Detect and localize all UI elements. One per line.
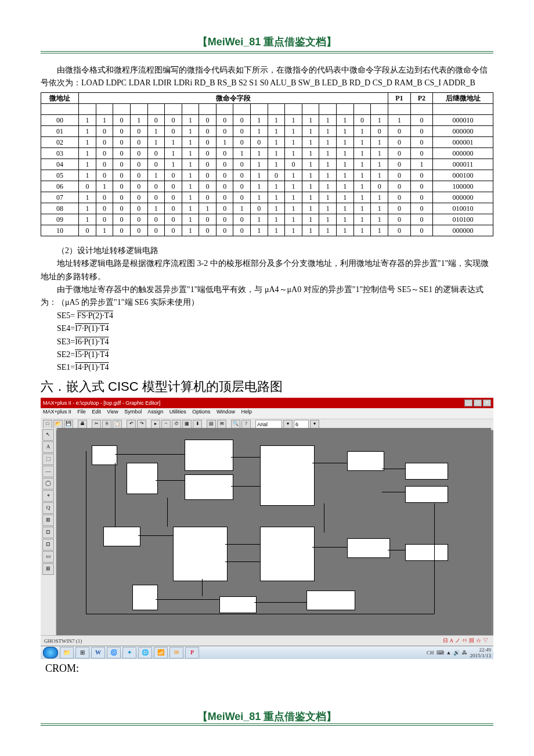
schematic-block[interactable] xyxy=(347,538,390,558)
close-button[interactable]: × xyxy=(483,399,491,406)
schematic-block[interactable] xyxy=(306,591,355,610)
cell-bit: 1 xyxy=(182,214,199,225)
cell-bit: 0 xyxy=(371,181,388,192)
schematic-block[interactable] xyxy=(92,445,117,465)
cell-bit: 0 xyxy=(216,181,233,192)
cell-bit: 1 xyxy=(251,181,268,192)
cell-p2: 1 xyxy=(410,159,432,170)
side-zoom[interactable]: Q xyxy=(42,502,54,514)
maximize-button[interactable]: □ xyxy=(474,399,482,406)
menu-options[interactable]: Options xyxy=(192,409,210,415)
side-symbol[interactable]: ⬚ xyxy=(42,453,54,465)
cell-p2: 0 xyxy=(410,125,432,136)
cell-bit: 1 xyxy=(302,125,319,136)
menu-help[interactable]: Help xyxy=(241,409,252,415)
cell-bit: 1 xyxy=(182,192,199,203)
menu-window[interactable]: Window xyxy=(217,409,235,415)
side-connect[interactable]: ⊞ xyxy=(42,563,54,575)
cell-bit: 1 xyxy=(285,136,302,147)
wire xyxy=(324,503,324,532)
schematic-block[interactable] xyxy=(260,445,315,506)
cell-bit: 0 xyxy=(96,159,113,170)
cell-bit: 0 xyxy=(130,136,147,147)
schematic-block[interactable] xyxy=(185,440,233,471)
task-browser-icon[interactable]: 🌐 xyxy=(138,647,152,658)
task-explorer-icon[interactable]: 📁 xyxy=(60,647,74,658)
cell-bit: 0 xyxy=(113,214,131,225)
tray-net-icon[interactable]: 🖧 xyxy=(462,650,467,656)
schematic-block[interactable] xyxy=(405,463,448,480)
formula-se5: SE5= FS·P(2)·T4 xyxy=(57,309,493,322)
cell-bit: 1 xyxy=(353,214,371,225)
side-junction[interactable]: ⌖ xyxy=(42,490,54,502)
menu-assign[interactable]: Assign xyxy=(147,409,163,415)
task-ppt-icon[interactable]: P xyxy=(185,647,199,658)
schematic-block[interactable] xyxy=(405,486,448,503)
tray-keyboard-icon[interactable]: ⌨ xyxy=(436,650,444,656)
side-select[interactable]: ↖ xyxy=(42,429,54,441)
cell-bit: 1 xyxy=(371,170,388,181)
schematic-canvas[interactable] xyxy=(57,428,491,636)
wire xyxy=(115,463,116,527)
side-grid2[interactable]: ⊡ xyxy=(42,539,54,550)
task-app-icon[interactable]: ⊞ xyxy=(75,647,89,658)
tray-flag-icon[interactable]: ▲ xyxy=(446,650,452,656)
wire xyxy=(86,451,86,614)
cell-bit: 1 xyxy=(79,214,96,225)
cell-bit: 0 xyxy=(371,125,388,136)
side-text[interactable]: A xyxy=(42,441,54,453)
task-net-icon[interactable]: 📶 xyxy=(154,647,168,658)
header-rule-2 xyxy=(41,53,493,53)
tray-lang[interactable]: CH xyxy=(427,650,434,656)
task-spiral-icon[interactable]: 🌀 xyxy=(107,647,121,658)
cell-addr: 06 xyxy=(41,181,79,192)
side-fit[interactable]: ⊞ xyxy=(42,514,54,526)
schematic-block[interactable] xyxy=(219,596,257,613)
wire xyxy=(231,457,260,458)
minimize-button[interactable]: _ xyxy=(464,399,472,406)
schematic-block[interactable] xyxy=(260,527,315,581)
cell-bit: 1 xyxy=(182,136,199,147)
menu-view[interactable]: View xyxy=(107,409,118,415)
cell-addr: 09 xyxy=(41,214,79,225)
cell-next: 010010 xyxy=(433,203,493,214)
schematic-block[interactable] xyxy=(103,527,140,546)
task-mail-icon[interactable]: ✉ xyxy=(169,647,183,658)
tray-vol-icon[interactable]: 🔊 xyxy=(453,650,460,656)
table-row: 0310000110011111111100000000 xyxy=(41,147,493,159)
side-grid1[interactable]: ⊡ xyxy=(42,527,54,538)
start-button[interactable] xyxy=(43,647,58,658)
subsection-title: （2）设计地址转移逻辑电路 xyxy=(41,244,493,257)
schematic-block[interactable] xyxy=(185,474,233,500)
cell-bit: 1 xyxy=(147,203,165,214)
cell-bit: 0 xyxy=(165,192,182,203)
task-word-icon[interactable]: W xyxy=(91,647,105,658)
cell-bit: 1 xyxy=(182,181,199,192)
cell-p1: 1 xyxy=(388,114,410,125)
menu-file[interactable]: File xyxy=(77,409,86,415)
schematic-block[interactable] xyxy=(347,451,384,471)
cell-bit: 0 xyxy=(130,214,147,225)
schematic-block[interactable] xyxy=(127,463,158,494)
cell-bit: 0 xyxy=(199,159,217,170)
col-p1: P1 xyxy=(388,92,410,103)
cell-bit: 1 xyxy=(285,181,302,192)
menu-utilities[interactable]: Utilities xyxy=(169,409,186,415)
side-toolbar: ↖ A ⬚ — ◯ ⌖ Q ⊞ ⊡ ⊡ ▭ ⊞ xyxy=(41,428,56,636)
schematic-block[interactable] xyxy=(405,544,448,561)
schematic-block[interactable] xyxy=(132,585,158,610)
menu-maxplus[interactable]: MAX+plus II xyxy=(43,409,71,415)
cell-bit: 1 xyxy=(302,147,319,159)
cell-p1: 0 xyxy=(388,181,410,192)
menu-edit[interactable]: Edit xyxy=(92,409,101,415)
cell-bit: 1 xyxy=(96,225,113,236)
cell-bit: 0 xyxy=(79,225,96,236)
schematic-block[interactable] xyxy=(173,527,228,581)
menu-symbol[interactable]: Symbol xyxy=(124,409,142,415)
side-rubber[interactable]: ▭ xyxy=(42,551,54,563)
side-line[interactable]: — xyxy=(42,466,54,477)
side-arc[interactable]: ◯ xyxy=(42,478,54,489)
cell-bit: 0 xyxy=(165,114,182,125)
task-thunder-icon[interactable]: ✦ xyxy=(122,647,136,658)
window-buttons: _ □ × xyxy=(464,399,491,406)
